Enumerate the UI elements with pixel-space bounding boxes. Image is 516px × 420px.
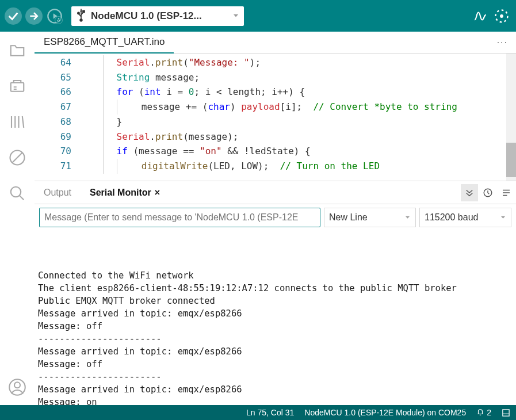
activity-bar — [0, 32, 35, 405]
chevron-down-icon — [500, 212, 506, 223]
editor-scrollbar[interactable] — [506, 54, 516, 181]
workbench-body: ESP8266_MQTT_UART.ino ··· 64656667686970… — [0, 32, 516, 405]
svg-marker-21 — [406, 216, 410, 218]
status-board[interactable]: NodeMCU 1.0 (ESP-12E Module) on COM25 — [304, 408, 466, 417]
status-notifications[interactable]: 2 — [476, 408, 491, 418]
svg-rect-10 — [11, 83, 24, 91]
library-manager-button[interactable] — [7, 112, 27, 132]
status-close-panel[interactable] — [502, 408, 510, 417]
upload-button[interactable] — [25, 7, 43, 25]
bell-icon — [476, 408, 484, 418]
panel-tab-output[interactable]: Output — [35, 181, 81, 204]
serial-monitor-toggle-button[interactable] — [493, 7, 510, 25]
panel-tab-output-label: Output — [44, 188, 71, 198]
status-bar: Ln 75, Col 31 NodeMCU 1.0 (ESP-12E Modul… — [0, 405, 516, 420]
account-button[interactable] — [7, 377, 27, 397]
svg-point-3 — [55, 16, 63, 24]
baud-rate-dropdown[interactable]: 115200 baud — [419, 208, 511, 227]
usb-icon — [76, 8, 86, 24]
svg-point-9 — [500, 14, 503, 18]
svg-rect-23 — [503, 409, 509, 415]
boards-manager-button[interactable] — [7, 77, 27, 96]
status-cursor[interactable]: Ln 75, Col 31 — [246, 408, 294, 417]
svg-point-13 — [11, 187, 21, 197]
svg-line-14 — [20, 196, 24, 200]
baud-rate-label: 115200 baud — [425, 212, 478, 223]
editor-main: ESP8266_MQTT_UART.ino ··· 64656667686970… — [35, 32, 516, 405]
scrollbar-thumb[interactable] — [506, 143, 516, 177]
search-button[interactable] — [7, 184, 27, 203]
notification-count: 2 — [487, 408, 491, 417]
toolbar: NodeMCU 1.0 (ESP-12... — [0, 0, 516, 32]
svg-marker-7 — [234, 14, 238, 17]
line-gutter: 6465666768697071 — [35, 54, 81, 181]
svg-point-4 — [80, 19, 82, 21]
clear-output-button[interactable] — [498, 184, 515, 201]
timestamp-button[interactable] — [479, 184, 496, 201]
panel-tab-serial-label: Serial Monitor — [90, 188, 151, 198]
svg-line-12 — [12, 152, 22, 163]
code-area[interactable]: Serial.print("Message: "); String messag… — [81, 54, 516, 181]
serial-controls: New Line 115200 baud — [35, 204, 516, 230]
editor-tabbar: ESP8266_MQTT_UART.ino ··· — [35, 32, 516, 54]
explorer-button[interactable] — [7, 41, 27, 60]
debug-button[interactable] — [46, 7, 63, 25]
serial-output[interactable]: Connected to the WiFi networkThe client … — [35, 230, 516, 405]
board-selector-dropdown[interactable]: NodeMCU 1.0 (ESP-12... — [71, 6, 244, 26]
editor-tab-file[interactable]: ESP8266_MQTT_UART.ino — [35, 32, 174, 54]
serial-message-input[interactable] — [39, 208, 320, 227]
line-ending-dropdown[interactable]: New Line — [324, 208, 416, 227]
scroll-to-end-button[interactable] — [461, 184, 478, 201]
close-icon[interactable]: × — [155, 188, 160, 198]
chevron-down-icon — [404, 212, 411, 223]
tab-more-button[interactable]: ··· — [489, 37, 516, 48]
debug-activity-button[interactable] — [7, 148, 27, 167]
svg-point-16 — [14, 382, 20, 388]
verify-button[interactable] — [5, 7, 22, 25]
code-editor[interactable]: 6465666768697071 Serial.print("Message: … — [35, 54, 516, 181]
svg-point-6 — [78, 12, 79, 14]
line-ending-label: New Line — [329, 212, 368, 223]
app-frame: NodeMCU 1.0 (ESP-12... — [0, 0, 516, 420]
panel-tabbar: Output Serial Monitor × — [35, 181, 516, 204]
serial-scrollbar[interactable] — [510, 230, 516, 405]
svg-rect-5 — [83, 10, 85, 12]
svg-marker-22 — [501, 216, 505, 218]
chevron-down-icon — [232, 11, 239, 21]
editor-tab-label: ESP8266_MQTT_UART.ino — [44, 36, 165, 48]
serial-plotter-button[interactable] — [472, 7, 490, 25]
panel-tab-serial-monitor[interactable]: Serial Monitor × — [81, 181, 169, 204]
board-selector-label: NodeMCU 1.0 (ESP-12... — [91, 10, 228, 22]
